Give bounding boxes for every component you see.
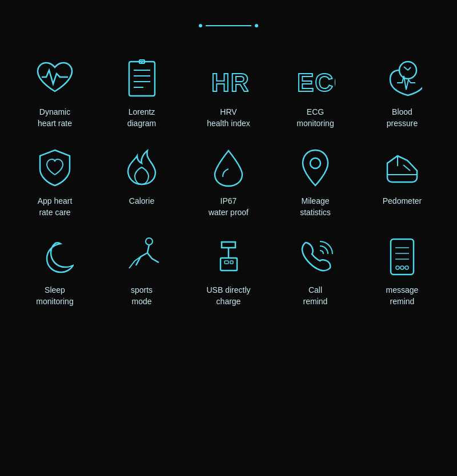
- svg-point-12: [310, 158, 320, 168]
- feature-cell-app-heart-rate-care: App heart rate care: [11, 135, 98, 224]
- svg-point-13: [146, 238, 153, 245]
- sports-icon: [119, 235, 165, 278]
- feature-cell-calorie: Calorie: [98, 135, 185, 224]
- svg-text:ECG: ECG: [297, 68, 335, 96]
- feature-cell-message-remind: message remind: [359, 224, 446, 313]
- divider-dot-right: [255, 24, 258, 27]
- feature-cell-ip67: IP67 water proof: [185, 135, 272, 224]
- divider-line: [206, 25, 251, 26]
- feature-label-calorie: Calorie: [129, 196, 154, 207]
- lorentz-icon: [119, 57, 165, 100]
- moon-icon: [32, 235, 78, 278]
- feature-cell-hrv: HRV HRV health index: [185, 46, 272, 135]
- feature-label-message-remind: message remind: [386, 285, 419, 307]
- water-drop-icon: [206, 146, 251, 189]
- flame-icon: [119, 146, 165, 189]
- feature-cell-usb-charge: USB directly charge: [185, 224, 272, 313]
- svg-rect-0: [129, 62, 155, 96]
- svg-point-22: [396, 266, 399, 269]
- heart-rate-icon: [32, 57, 78, 100]
- page-header: [0, 0, 457, 40]
- feature-cell-pedometer: Pedometer: [359, 135, 446, 224]
- feature-label-lorentz-diagram: Lorentz diagram: [127, 107, 157, 129]
- ecg-icon: ECG: [292, 57, 338, 100]
- hrv-icon: HRV: [206, 57, 251, 100]
- location-icon: [292, 146, 338, 189]
- feature-cell-sports-mode: sports mode: [98, 224, 185, 313]
- feature-label-call-remind: Call remind: [303, 285, 328, 307]
- feature-grid: Dynamic heart rate Lorentz diagram HRV H…: [0, 40, 457, 325]
- feature-cell-mileage-statistics: Mileage statistics: [272, 135, 359, 224]
- feature-label-pedometer: Pedometer: [383, 196, 422, 207]
- usb-icon: [206, 235, 251, 278]
- feature-label-ip67: IP67 water proof: [209, 196, 248, 218]
- svg-text:HRV: HRV: [211, 68, 248, 96]
- feature-cell-call-remind: Call remind: [272, 224, 359, 313]
- feature-label-hrv: HRV health index: [207, 107, 250, 129]
- svg-rect-17: [230, 261, 233, 264]
- feature-cell-blood-pressure: Blood pressure: [359, 46, 446, 135]
- feature-cell-dynamic-heart-rate: Dynamic heart rate: [11, 46, 98, 135]
- feature-label-mileage-statistics: Mileage statistics: [300, 196, 331, 218]
- feature-label-sports-mode: sports mode: [131, 285, 153, 307]
- feature-label-usb-charge: USB directly charge: [206, 285, 250, 307]
- feature-label-sleep-monitoring: Sleep monitoring: [36, 285, 73, 307]
- feature-label-dynamic-heart-rate: Dynamic heart rate: [38, 107, 72, 129]
- svg-rect-14: [221, 258, 237, 271]
- svg-point-23: [400, 266, 404, 269]
- call-icon: [292, 235, 338, 278]
- shield-heart-icon: [32, 146, 78, 189]
- feature-label-app-heart-rate-care: App heart rate care: [38, 196, 73, 218]
- feature-label-blood-pressure: Blood pressure: [387, 107, 418, 129]
- blood-pressure-icon: [379, 57, 425, 100]
- shoe-icon: [379, 146, 425, 189]
- svg-rect-16: [225, 261, 228, 264]
- feature-label-ecg: ECG monitoring: [296, 107, 334, 129]
- feature-cell-ecg: ECG ECG monitoring: [272, 46, 359, 135]
- feature-cell-lorentz-diagram: Lorentz diagram: [98, 46, 185, 135]
- feature-cell-sleep-monitoring: Sleep monitoring: [11, 224, 98, 313]
- svg-point-24: [405, 266, 408, 269]
- divider: [0, 24, 457, 27]
- divider-dot-left: [199, 24, 202, 27]
- svg-line-10: [404, 67, 408, 70]
- message-icon: [379, 235, 425, 278]
- svg-line-11: [408, 67, 411, 70]
